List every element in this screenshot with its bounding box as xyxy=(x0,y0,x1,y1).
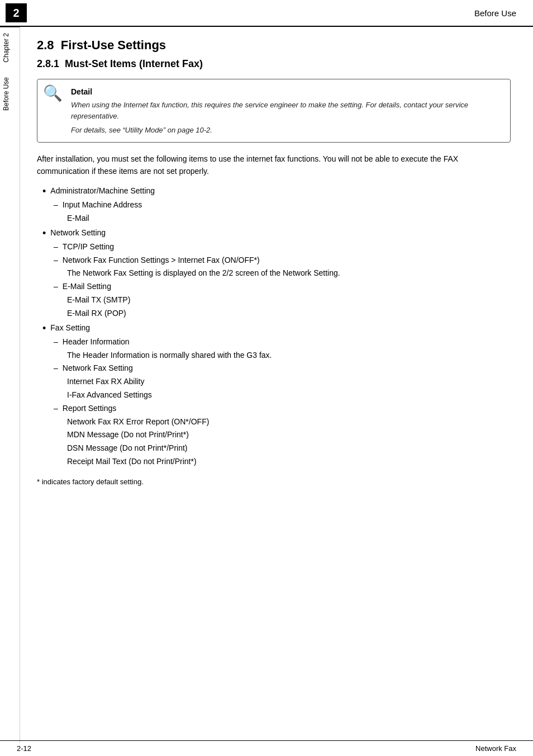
bullet-dot-3: • xyxy=(42,322,46,336)
netfax-label: Network Fax Function Settings > Internet… xyxy=(63,254,260,267)
dash-item-tcpip: – TCP/IP Setting xyxy=(54,240,511,254)
report-mdn: MDN Message (Do not Print/Print*) xyxy=(67,428,511,442)
left-sidebar: Chapter 2 Before Use xyxy=(0,27,20,743)
top-header: 2 Before Use xyxy=(0,0,533,27)
header-title: Before Use xyxy=(474,8,516,18)
report-dsn: DSN Message (Do not Print*/Print) xyxy=(67,442,511,455)
email-setting-label: E-Mail Setting xyxy=(63,280,111,294)
dash-4: – xyxy=(54,280,58,294)
section-title: 2.8 First-Use Settings xyxy=(37,38,511,53)
chapter-sidebar-label: Chapter 2 xyxy=(0,27,20,67)
detail-box: 🔍 Detail When using the Internet fax fun… xyxy=(37,79,511,143)
bullet-dot-1: • xyxy=(42,185,46,199)
email-smtp-label: E-Mail TX (SMTP) xyxy=(67,294,511,307)
dash-1: – xyxy=(54,199,58,212)
dash-item-netfax: – Network Fax Function Settings > Intern… xyxy=(54,254,511,267)
dash-7: – xyxy=(54,402,58,415)
dash-3: – xyxy=(54,254,58,267)
bullet-dot-2: • xyxy=(42,226,46,240)
report-settings-label: Report Settings xyxy=(63,402,117,415)
dash-6: – xyxy=(54,362,58,375)
list-item-network: • Network Setting – TCP/IP Setting – Net… xyxy=(42,226,511,320)
netfax-sub-text: The Network Fax Setting is displayed on … xyxy=(67,267,511,280)
tcpip-label: TCP/IP Setting xyxy=(63,240,114,254)
chapter-badge: 2 xyxy=(6,3,27,22)
ifax-rx-label: Internet Fax RX Ability xyxy=(67,375,511,389)
detail-text-2: For details, see “Utility Mode” on page … xyxy=(71,126,501,134)
header-info-label: Header Information xyxy=(63,336,130,349)
list-item-admin: • Administrator/Machine Setting – Input … xyxy=(42,185,511,225)
main-list: • Administrator/Machine Setting – Input … xyxy=(42,185,511,469)
dash-item-email: – E-Mail Setting xyxy=(54,280,511,294)
main-content: 2.8 First-Use Settings 2.8.1 Must-Set It… xyxy=(20,27,533,743)
header-info-sub: The Header Information is normally share… xyxy=(67,349,511,362)
network-fax-setting-label: Network Fax Setting xyxy=(63,362,133,375)
detail-label: Detail xyxy=(71,87,501,96)
detail-icon: 🔍 xyxy=(43,84,63,102)
body-paragraph: After installation, you must set the fol… xyxy=(37,153,511,178)
dash-item-report: – Report Settings xyxy=(54,402,511,415)
footer-section-name: Network Fax xyxy=(475,744,516,753)
email-label-1: E-Mail xyxy=(67,212,511,225)
dash-5: – xyxy=(54,336,58,349)
footer-page-number: 2-12 xyxy=(17,744,31,753)
dash-item-input: – Input Machine Address xyxy=(54,199,511,212)
report-rx-error: Network Fax RX Error Report (ON*/OFF) xyxy=(67,415,511,429)
report-receipt: Receipt Mail Text (Do not Print/Print*) xyxy=(67,455,511,469)
dash-2: – xyxy=(54,240,58,254)
footer-note: * indicates factory default setting. xyxy=(37,478,511,486)
list-item-fax: • Fax Setting – Header Information The H… xyxy=(42,322,511,469)
fax-setting-label: Fax Setting xyxy=(50,322,90,335)
page-container: Chapter 2 Before Use 2.8 First-Use Setti… xyxy=(0,27,533,743)
ifax-advanced-label: I-Fax Advanced Settings xyxy=(67,389,511,402)
dash-item-header: – Header Information xyxy=(54,336,511,349)
admin-label: Administrator/Machine Setting xyxy=(50,185,155,198)
dash-item-network-fax: – Network Fax Setting xyxy=(54,362,511,375)
dash-input-label: Input Machine Address xyxy=(63,199,142,212)
bottom-footer: 2-12 Network Fax xyxy=(0,740,533,756)
subsection-title: 2.8.1 Must-Set Items (Internet Fax) xyxy=(37,58,511,70)
email-pop-label: E-Mail RX (POP) xyxy=(67,307,511,320)
before-use-sidebar-label: Before Use xyxy=(0,73,20,115)
detail-text-1: When using the Internet fax function, th… xyxy=(71,100,501,121)
detail-content: Detail When using the Internet fax funct… xyxy=(71,87,501,134)
network-label: Network Setting xyxy=(50,226,106,240)
